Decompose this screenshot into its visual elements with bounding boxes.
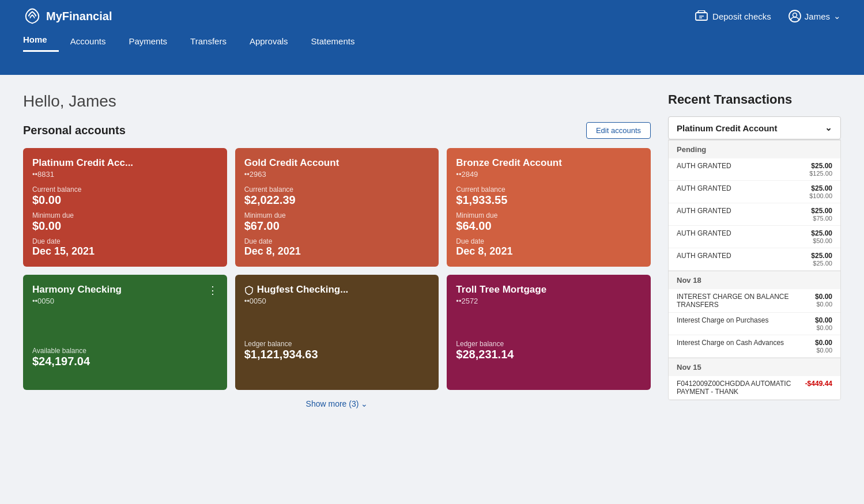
main-content: Hello, James Personal accounts Edit acco… — [0, 75, 864, 426]
tx-amounts: -$449.44 — [805, 380, 832, 396]
account-number-platinum: ••8831 — [32, 170, 218, 179]
chevron-down-icon: ⌄ — [833, 11, 841, 21]
tx-section-nov15: Nov 15 — [669, 358, 840, 376]
logo: MyFinancial — [23, 8, 112, 24]
duedate-value-gold: Dec 8, 2021 — [244, 245, 430, 257]
balance-label-gold: Current balance — [244, 185, 430, 194]
tx-label: AUTH GRANTED — [677, 207, 811, 222]
avail-label-harmony: Available balance — [32, 347, 218, 355]
tx-label: Interest Charge on Cash Advances — [677, 339, 815, 354]
tx-label: F0412009Z00CHGDDA AUTOMATIC PAYMENT - TH… — [677, 380, 805, 396]
tx-label: AUTH GRANTED — [677, 229, 811, 244]
left-panel: Hello, James Personal accounts Edit acco… — [23, 92, 651, 408]
account-name-platinum: Platinum Credit Acc... — [32, 157, 218, 169]
tx-row: F0412009Z00CHGDDA AUTOMATIC PAYMENT - TH… — [669, 376, 840, 400]
transactions-title: Recent Transactions — [668, 92, 841, 107]
account-name-harmony: Harmony Checking — [32, 284, 122, 295]
tx-amount-main: -$449.44 — [805, 380, 832, 388]
greeting: Hello, James — [23, 92, 651, 111]
duedate-value-platinum: Dec 15, 2021 — [32, 245, 218, 257]
logo-text: MyFinancial — [46, 10, 112, 23]
tx-label: AUTH GRANTED — [677, 252, 811, 267]
tx-label: Interest Charge on Purchases — [677, 316, 815, 331]
balance-label-platinum: Current balance — [32, 185, 218, 194]
user-menu[interactable]: James ⌄ — [788, 10, 841, 22]
ledger-label-hugfest: Ledger balance — [244, 340, 430, 348]
section-header: Personal accounts Edit accounts — [23, 122, 651, 139]
tx-amount-sub: $0.00 — [815, 324, 832, 331]
tx-row: AUTH GRANTED $25.00 $125.00 — [669, 158, 840, 181]
show-more-label: Show more (3) — [306, 399, 359, 408]
tx-amount-main: $25.00 — [811, 252, 832, 260]
logo-icon — [23, 8, 41, 24]
selected-account-label: Platinum Credit Account — [677, 123, 777, 133]
account-name-bronze: Bronze Credit Account — [456, 157, 642, 169]
account-card-platinum[interactable]: Platinum Credit Acc... ••8831 Current ba… — [23, 148, 227, 267]
show-more-button[interactable]: Show more (3) ⌄ — [23, 399, 651, 408]
tx-amount-main: $0.00 — [815, 339, 832, 347]
ledger-value-hugfest: $1,121,934.63 — [244, 348, 430, 361]
header-right: Deposit checks James ⌄ — [695, 10, 841, 22]
tx-amount-sub: $75.00 — [811, 215, 832, 222]
tx-row: AUTH GRANTED $25.00 $50.00 — [669, 226, 840, 248]
account-number-hugfest: ••0050 — [244, 297, 430, 305]
duedate-value-bronze: Dec 8, 2021 — [456, 245, 642, 257]
tx-amount-main: $25.00 — [811, 229, 832, 237]
tx-amount-main: $0.00 — [815, 293, 832, 301]
tx-amount-sub: $100.00 — [809, 192, 832, 199]
tx-amounts: $0.00 $0.00 — [815, 316, 832, 331]
tx-section-nov18: Nov 18 — [669, 271, 840, 289]
tx-amounts: $25.00 $125.00 — [809, 162, 832, 177]
tx-amounts: $0.00 $0.00 — [815, 293, 832, 309]
three-dots-icon[interactable]: ⋮ — [207, 284, 218, 297]
header-top: MyFinancial Deposit checks James — [23, 0, 841, 29]
account-selector[interactable]: Platinum Credit Account ⌄ — [668, 116, 841, 139]
transactions-panel: Pending AUTH GRANTED $25.00 $125.00 AUTH… — [668, 139, 841, 400]
account-card-bronze[interactable]: Bronze Credit Account ••2849 Current bal… — [447, 148, 651, 267]
mindue-label-gold: Minimum due — [244, 211, 430, 219]
tx-amount-sub: $25.00 — [811, 260, 832, 267]
account-card-harmony[interactable]: Harmony Checking ••0050 ⋮ Available bala… — [23, 275, 227, 390]
account-number-harmony: ••0050 — [32, 297, 122, 305]
personal-accounts-title: Personal accounts — [23, 124, 126, 137]
mindue-label-platinum: Minimum due — [32, 211, 218, 219]
nav-item-accounts[interactable]: Accounts — [59, 31, 118, 52]
tx-amount-sub: $125.00 — [809, 170, 832, 177]
svg-point-4 — [793, 13, 797, 17]
account-card-gold[interactable]: Gold Credit Account ••2963 Current balan… — [235, 148, 439, 267]
deposit-icon — [695, 10, 708, 22]
main-nav: Home Accounts Payments Transfers Approva… — [23, 29, 841, 52]
nav-item-approvals[interactable]: Approvals — [238, 31, 300, 52]
nav-item-payments[interactable]: Payments — [117, 31, 179, 52]
tx-amount-main: $25.00 — [809, 162, 832, 170]
balance-value-bronze: $1,933.55 — [456, 194, 642, 207]
nav-item-home[interactable]: Home — [23, 29, 59, 52]
deposit-checks-button[interactable]: Deposit checks — [695, 10, 771, 22]
tx-amounts: $0.00 $0.00 — [815, 339, 832, 354]
tx-row: Interest Charge on Purchases $0.00 $0.00 — [669, 313, 840, 335]
nav-item-statements[interactable]: Statements — [300, 31, 367, 52]
mindue-value-bronze: $64.00 — [456, 219, 642, 233]
tx-row: AUTH GRANTED $25.00 $100.00 — [669, 181, 840, 203]
account-card-mortgage[interactable]: Troll Tree Mortgage ••2572 Ledger balanc… — [447, 275, 651, 390]
dropdown-chevron-icon: ⌄ — [825, 123, 832, 133]
right-panel: Recent Transactions Platinum Credit Acco… — [668, 92, 841, 408]
deposit-checks-label: Deposit checks — [712, 12, 771, 21]
tx-label: AUTH GRANTED — [677, 162, 809, 177]
balance-value-platinum: $0.00 — [32, 194, 218, 207]
tx-amount-main: $0.00 — [815, 316, 832, 324]
account-number-bronze: ••2849 — [456, 170, 642, 179]
mindue-value-gold: $67.00 — [244, 219, 430, 233]
tx-amounts: $25.00 $75.00 — [811, 207, 832, 222]
tx-amounts: $25.00 $50.00 — [811, 229, 832, 244]
edit-accounts-button[interactable]: Edit accounts — [586, 122, 651, 139]
tx-row: AUTH GRANTED $25.00 $75.00 — [669, 203, 840, 226]
balance-value-gold: $2,022.39 — [244, 194, 430, 207]
nav-item-transfers[interactable]: Transfers — [179, 31, 238, 52]
account-name-hugfest: Hugfest Checking... — [257, 284, 349, 295]
account-card-hugfest[interactable]: Hugfest Checking... ••0050 Ledger balanc… — [235, 275, 439, 390]
duedate-label-bronze: Due date — [456, 237, 642, 245]
tx-amounts: $25.00 $100.00 — [809, 184, 832, 199]
duedate-label-platinum: Due date — [32, 237, 218, 245]
tx-amount-main: $25.00 — [811, 207, 832, 215]
